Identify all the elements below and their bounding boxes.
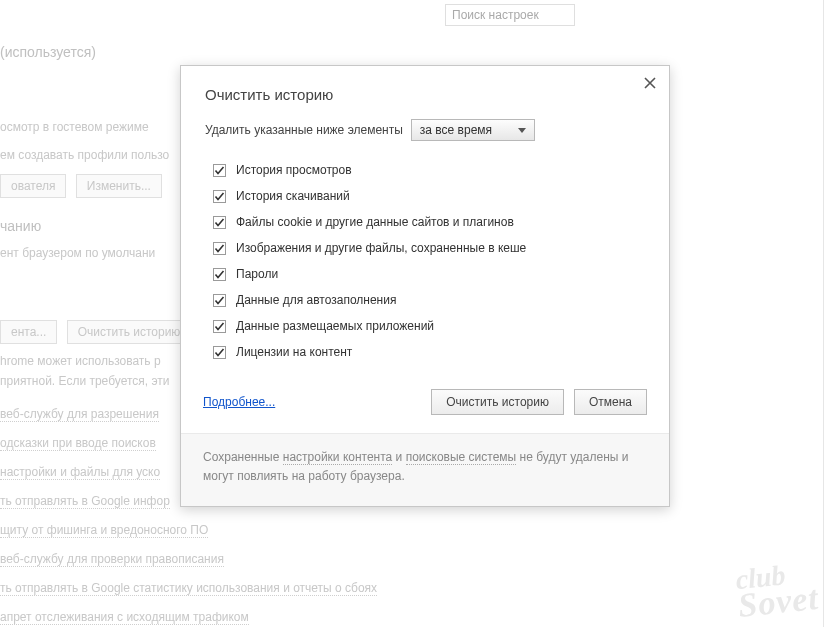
- checkbox[interactable]: [213, 164, 226, 177]
- check-item-passwords: Пароли: [213, 261, 645, 287]
- check-item-label: История скачиваний: [236, 189, 350, 203]
- dialog-prompt-text: Удалить указанные ниже элементы: [205, 123, 403, 137]
- checkbox[interactable]: [213, 268, 226, 281]
- bg-link-0[interactable]: веб-службу для разрешения: [0, 407, 159, 421]
- checkbox[interactable]: [213, 242, 226, 255]
- bg-edit-button[interactable]: Изменить...: [76, 174, 162, 198]
- section-default-header: чанию: [0, 218, 41, 234]
- check-item-label: Изображения и другие файлы, сохраненные …: [236, 241, 526, 255]
- check-item-licenses: Лицензии на контент: [213, 339, 645, 365]
- dialog-title: Очистить историю: [181, 66, 669, 117]
- check-item-browsing-history: История просмотров: [213, 157, 645, 183]
- time-range-value: за все время: [420, 123, 492, 137]
- time-range-select[interactable]: за все время: [411, 119, 535, 141]
- dialog-actions: Подробнее... Очистить историю Отмена: [181, 373, 669, 433]
- bg-text-guest: осмотр в гостевом режиме: [0, 120, 149, 134]
- check-item-cookies: Файлы cookie и другие данные сайтов и пл…: [213, 209, 645, 235]
- checkbox[interactable]: [213, 190, 226, 203]
- bg-buttons-row: ователя Изменить...: [0, 174, 168, 198]
- check-item-label: Данные размещаемых приложений: [236, 319, 434, 333]
- check-item-hosted-apps: Данные размещаемых приложений: [213, 313, 645, 339]
- bg-link-4[interactable]: щиту от фишинга и вредоносного ПО: [0, 523, 208, 537]
- footer-text-mid: и: [392, 450, 405, 464]
- footer-text-pre: Сохраненные: [203, 450, 283, 464]
- check-item-label: Пароли: [236, 267, 278, 281]
- check-item-label: Данные для автозаполнения: [236, 293, 396, 307]
- check-item-label: Лицензии на контент: [236, 345, 352, 359]
- bg-link-6[interactable]: ть отправлять в Google статистику исполь…: [0, 581, 377, 595]
- chevron-down-icon: [518, 128, 526, 133]
- check-item-cache: Изображения и другие файлы, сохраненные …: [213, 235, 645, 261]
- bg-link-5[interactable]: веб-службу для проверки правописания: [0, 552, 224, 566]
- footer-link-search-engines[interactable]: поисковые системы: [406, 450, 517, 465]
- close-icon[interactable]: [643, 76, 657, 90]
- bg-content-settings-button[interactable]: ента...: [0, 320, 57, 344]
- check-item-autofill: Данные для автозаполнения: [213, 287, 645, 313]
- bg-text-priv2: приятной. Если требуется, эти: [0, 374, 170, 388]
- bg-link-7[interactable]: апрет отслеживания с исходящим трафиком: [0, 610, 249, 624]
- dialog-prompt-row: Удалить указанные ниже элементы за все в…: [181, 117, 669, 147]
- checkbox[interactable]: [213, 320, 226, 333]
- bg-add-user-button[interactable]: ователя: [0, 174, 66, 198]
- clear-history-button[interactable]: Очистить историю: [431, 389, 564, 415]
- bg-content-buttons: ента... Очистить историю: [0, 320, 197, 344]
- dialog-footer: Сохраненные настройки контента и поисков…: [181, 433, 669, 506]
- checkbox[interactable]: [213, 216, 226, 229]
- footer-link-content-settings[interactable]: настройки контента: [283, 450, 393, 465]
- bg-text-default-browser: ент браузером по умолчани: [0, 246, 155, 260]
- check-item-label: Файлы cookie и другие данные сайтов и пл…: [236, 215, 514, 229]
- cancel-button[interactable]: Отмена: [574, 389, 647, 415]
- checkbox[interactable]: [213, 346, 226, 359]
- bg-link-2[interactable]: настройки и файлы для уско: [0, 465, 160, 479]
- bg-clear-history-button[interactable]: Очистить историю: [67, 320, 192, 344]
- clear-history-dialog: Очистить историю Удалить указанные ниже …: [180, 65, 670, 507]
- section-users-header: (используется): [0, 44, 96, 60]
- checkbox[interactable]: [213, 294, 226, 307]
- bg-link-3[interactable]: ть отправлять в Google инфор: [0, 494, 170, 508]
- bg-link-1[interactable]: одсказки при вводе поисков: [0, 436, 156, 450]
- clear-items-list: История просмотров История скачиваний Фа…: [181, 147, 669, 373]
- learn-more-link[interactable]: Подробнее...: [203, 395, 275, 409]
- bg-text-priv1: hrome может использовать р: [0, 354, 161, 368]
- bg-text-profiles: ем создавать профили пользо: [0, 148, 169, 162]
- settings-search-input[interactable]: Поиск настроек: [445, 4, 575, 26]
- check-item-download-history: История скачиваний: [213, 183, 645, 209]
- check-item-label: История просмотров: [236, 163, 352, 177]
